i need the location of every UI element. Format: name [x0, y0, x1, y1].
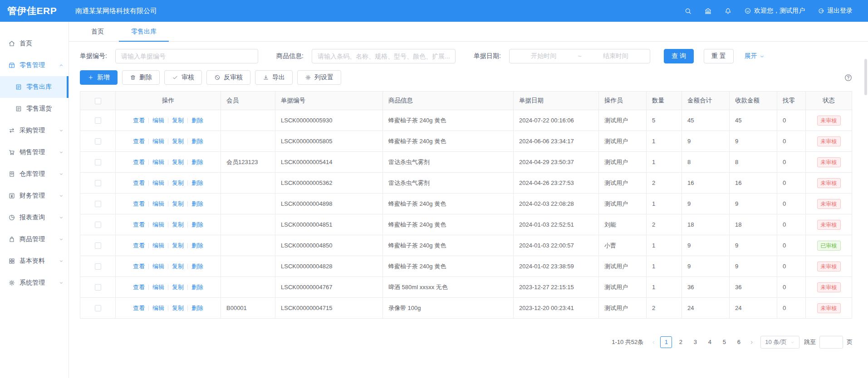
action-copy-link[interactable]: 复制 [172, 305, 184, 311]
product-info-input[interactable] [312, 49, 456, 63]
prev-page-button[interactable] [648, 336, 659, 348]
action-view-link[interactable]: 查看 [133, 221, 145, 228]
row-checkbox[interactable] [95, 263, 101, 270]
cell-date: 2024-07-22 00:16:06 [514, 110, 599, 131]
action-delete-link[interactable]: 删除 [191, 117, 203, 124]
tab-home[interactable]: 首页 [79, 22, 116, 41]
action-view-link[interactable]: 查看 [133, 200, 145, 207]
row-checkbox[interactable] [95, 201, 101, 207]
page-1[interactable]: 1 [660, 336, 672, 348]
row-checkbox[interactable] [95, 138, 101, 145]
sidebar-item-warehouse-manage[interactable]: 仓库管理 [0, 163, 69, 185]
action-view-link[interactable]: 查看 [133, 117, 145, 124]
cell-qty: 1 [647, 131, 682, 152]
row-checkbox[interactable] [95, 242, 101, 249]
expand-link[interactable]: 展开 [745, 52, 765, 60]
action-view-link[interactable]: 查看 [133, 284, 145, 291]
action-view-link[interactable]: 查看 [133, 179, 145, 186]
action-delete-link[interactable]: 删除 [191, 179, 203, 186]
sidebar-item-retail-manage[interactable]: 零售管理 [0, 54, 69, 76]
action-edit-link[interactable]: 编辑 [152, 242, 164, 249]
unaudit-button[interactable]: 反审核 [206, 70, 250, 85]
cell-member [221, 256, 275, 277]
action-edit-link[interactable]: 编辑 [152, 117, 164, 124]
logout-button[interactable]: 退出登录 [817, 7, 853, 15]
help-icon[interactable] [844, 73, 853, 82]
action-edit-link[interactable]: 编辑 [152, 221, 164, 228]
sidebar-item-retail-return[interactable]: 零售退货 [0, 98, 69, 120]
audit-button[interactable]: 审核 [164, 70, 202, 85]
sidebar-item-home[interactable]: 首页 [0, 33, 69, 54]
row-checkbox[interactable] [95, 305, 101, 311]
row-checkbox[interactable] [95, 222, 101, 228]
action-copy-link[interactable]: 复制 [172, 263, 184, 270]
page-4[interactable]: 4 [704, 336, 716, 348]
reset-button[interactable]: 重 置 [704, 49, 734, 63]
action-edit-link[interactable]: 编辑 [152, 159, 164, 165]
sidebar-item-finance-manage[interactable]: 财务管理 [0, 185, 69, 207]
tab-retail-outbound[interactable]: 零售出库 [119, 22, 169, 41]
sidebar-item-system-manage[interactable]: 系统管理 [0, 272, 69, 294]
sidebar-item-purchase-manage[interactable]: 采购管理 [0, 120, 69, 141]
page-scrollbar[interactable] [864, 59, 867, 95]
page-6[interactable]: 6 [733, 336, 745, 348]
add-button[interactable]: 新增 [80, 70, 118, 85]
page-2[interactable]: 2 [675, 336, 687, 348]
sidebar-item-product-manage[interactable]: 商品管理 [0, 228, 69, 250]
action-delete-link[interactable]: 删除 [191, 221, 203, 228]
sidebar-item-retail-outbound[interactable]: 零售出库 [0, 76, 69, 98]
action-copy-link[interactable]: 复制 [172, 242, 184, 249]
cell-received: 9 [730, 256, 777, 277]
action-copy-link[interactable]: 复制 [172, 200, 184, 207]
action-copy-link[interactable]: 复制 [172, 284, 184, 291]
bill-no-input[interactable] [115, 49, 258, 63]
cell-received: 24 [730, 298, 777, 319]
jump-page-input[interactable] [819, 336, 843, 349]
action-delete-link[interactable]: 删除 [191, 200, 203, 207]
action-delete-link[interactable]: 删除 [191, 159, 203, 165]
action-edit-link[interactable]: 编辑 [152, 305, 164, 311]
action-delete-link[interactable]: 删除 [191, 305, 203, 311]
row-checkbox[interactable] [95, 284, 101, 291]
delete-button[interactable]: 删除 [122, 70, 160, 85]
sidebar-item-basic-data[interactable]: 基本资料 [0, 250, 69, 272]
export-button[interactable]: 导出 [255, 70, 293, 85]
cell-received: 9 [730, 131, 777, 152]
action-view-link[interactable]: 查看 [133, 305, 145, 311]
select-all-checkbox[interactable] [95, 98, 101, 104]
sidebar-item-sales-manage[interactable]: 销售管理 [0, 141, 69, 163]
search-button[interactable]: 查 询 [664, 49, 694, 63]
page-size-select[interactable]: 10 条/页 [760, 336, 799, 349]
action-copy-link[interactable]: 复制 [172, 221, 184, 228]
action-copy-link[interactable]: 复制 [172, 179, 184, 186]
row-checkbox[interactable] [95, 180, 101, 186]
bank-icon[interactable] [704, 7, 712, 15]
action-view-link[interactable]: 查看 [133, 159, 145, 165]
sidebar-item-report-query[interactable]: 报表查询 [0, 207, 69, 228]
search-icon[interactable] [684, 7, 692, 15]
page-3[interactable]: 3 [689, 336, 701, 348]
page-5[interactable]: 5 [718, 336, 730, 348]
row-checkbox[interactable] [95, 117, 101, 124]
action-view-link[interactable]: 查看 [133, 242, 145, 249]
action-delete-link[interactable]: 删除 [191, 263, 203, 270]
bell-icon[interactable] [724, 7, 732, 15]
action-copy-link[interactable]: 复制 [172, 159, 184, 165]
row-checkbox[interactable] [95, 159, 101, 165]
action-copy-link[interactable]: 复制 [172, 138, 184, 145]
action-edit-link[interactable]: 编辑 [152, 138, 164, 145]
action-delete-link[interactable]: 删除 [191, 138, 203, 145]
action-edit-link[interactable]: 编辑 [152, 284, 164, 291]
welcome-user[interactable]: 欢迎您，测试用户 [744, 7, 805, 15]
action-delete-link[interactable]: 删除 [191, 284, 203, 291]
action-edit-link[interactable]: 编辑 [152, 179, 164, 186]
action-view-link[interactable]: 查看 [133, 263, 145, 270]
action-edit-link[interactable]: 编辑 [152, 263, 164, 270]
column-settings-button[interactable]: 列设置 [297, 70, 341, 85]
action-edit-link[interactable]: 编辑 [152, 200, 164, 207]
action-view-link[interactable]: 查看 [133, 138, 145, 145]
action-copy-link[interactable]: 复制 [172, 117, 184, 124]
next-page-button[interactable] [746, 336, 757, 348]
date-range-input[interactable]: 开始时间 ~ 结束时间 [509, 49, 650, 63]
action-delete-link[interactable]: 删除 [191, 242, 203, 249]
